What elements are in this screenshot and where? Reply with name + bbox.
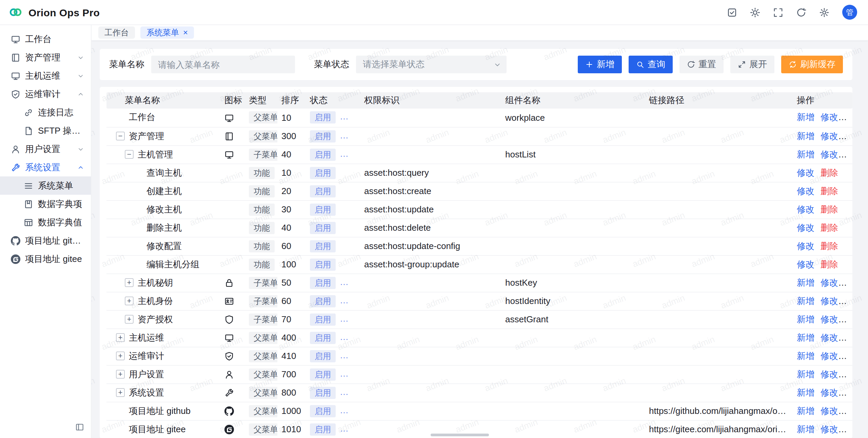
sidebar-item-dict-values[interactable]: 数据字典值 bbox=[0, 213, 91, 231]
sidebar-item-github[interactable]: 项目地址 github bbox=[0, 231, 91, 250]
sidebar-collapse-icon[interactable] bbox=[75, 422, 84, 431]
menu-sort-cell: 100 bbox=[277, 255, 306, 273]
refresh-cache-button[interactable]: 刷新缓存 bbox=[781, 56, 843, 73]
fullscreen-icon[interactable] bbox=[773, 7, 783, 17]
add-link[interactable]: 新增 bbox=[797, 332, 814, 342]
reset-button[interactable]: 重置 bbox=[679, 56, 724, 73]
edit-link[interactable]: 修改 bbox=[821, 314, 838, 324]
menu-ops-cell: 修改删除 bbox=[793, 237, 852, 255]
menu-path-cell: https://gitee.com/lijiahangmax/orion-ops… bbox=[645, 420, 793, 438]
expand-row-toggle[interactable]: + bbox=[125, 315, 134, 324]
user-icon bbox=[224, 370, 234, 380]
sidebar-item-ops-audit[interactable]: 运维审计 bbox=[0, 85, 91, 103]
add-link[interactable]: 新增 bbox=[797, 296, 814, 306]
edit-link[interactable]: 修改 bbox=[797, 186, 814, 196]
add-button[interactable]: 新增 bbox=[578, 56, 622, 73]
app-title: Orion Ops Pro bbox=[28, 6, 100, 18]
add-link[interactable]: 新增 bbox=[797, 387, 814, 397]
edit-link[interactable]: 修改 bbox=[821, 296, 838, 306]
sidebar-item-system-menu[interactable]: 系统菜单 bbox=[0, 176, 91, 195]
edit-link[interactable]: 修改 bbox=[821, 387, 838, 397]
edit-link[interactable]: 修改 bbox=[797, 167, 814, 177]
add-link[interactable]: 新增 bbox=[797, 112, 814, 122]
expand-row-toggle[interactable]: + bbox=[125, 278, 134, 287]
menu-status-cell: 启用显示 bbox=[306, 402, 360, 420]
expand-row-toggle[interactable]: + bbox=[116, 388, 125, 397]
sidebar-item-host-ops[interactable]: 主机运维 bbox=[0, 66, 91, 85]
edit-link[interactable]: 修改 bbox=[797, 222, 814, 232]
collapse-row-toggle[interactable]: − bbox=[125, 150, 134, 159]
edit-link[interactable]: 修改 bbox=[797, 204, 814, 214]
menu-sort-cell: 60 bbox=[277, 292, 306, 310]
desktop-icon bbox=[11, 34, 20, 44]
menu-perm-cell bbox=[360, 328, 501, 347]
edit-link[interactable]: 修改 bbox=[797, 259, 814, 269]
delete-link[interactable]: 删除 bbox=[821, 186, 838, 196]
sidebar-item-label: 数据字典项 bbox=[38, 198, 84, 210]
settings-icon[interactable] bbox=[819, 7, 829, 17]
close-tab-icon[interactable]: × bbox=[183, 28, 188, 37]
add-link[interactable]: 新增 bbox=[797, 314, 814, 324]
menu-ops-cell: 新增修改删除 bbox=[793, 109, 852, 127]
edit-link[interactable]: 修改 bbox=[821, 332, 838, 342]
menu-ops-cell: 新增修改删除 bbox=[793, 365, 852, 383]
menu-path-cell bbox=[645, 218, 793, 237]
edit-link[interactable]: 修改 bbox=[821, 112, 838, 122]
edit-link[interactable]: 修改 bbox=[821, 405, 838, 416]
edit-link[interactable]: 修改 bbox=[821, 424, 838, 434]
sidebar-item-system-settings[interactable]: 系统设置 bbox=[0, 158, 91, 176]
tab-manager-icon[interactable] bbox=[727, 7, 737, 17]
sidebar-item-connect-log[interactable]: 连接日志 bbox=[0, 103, 91, 121]
expand-row-toggle[interactable]: + bbox=[116, 351, 125, 360]
menu-path-cell bbox=[645, 145, 793, 164]
menu-name-input[interactable] bbox=[151, 56, 295, 73]
expand-row-toggle[interactable]: + bbox=[125, 297, 134, 305]
delete-link[interactable]: 删除 bbox=[821, 204, 838, 214]
table-row: 修改主机功能30启用asset:host:update修改删除 bbox=[106, 200, 852, 218]
sidebar-item-dict-keys[interactable]: 数据字典项 bbox=[0, 195, 91, 213]
edit-link[interactable]: 修改 bbox=[821, 350, 838, 361]
add-link[interactable]: 新增 bbox=[797, 277, 814, 287]
sidebar-item-gitee[interactable]: 项目地址 gitee bbox=[0, 250, 91, 268]
menu-status-cell: 启用显示 bbox=[306, 127, 360, 145]
sidebar-item-workbench[interactable]: 工作台 bbox=[0, 30, 91, 48]
delete-link[interactable]: 删除 bbox=[821, 259, 838, 269]
delete-link[interactable]: 删除 bbox=[821, 222, 838, 232]
add-link[interactable]: 新增 bbox=[797, 424, 814, 434]
theme-toggle-icon[interactable] bbox=[750, 7, 760, 17]
sidebar-item-user-settings[interactable]: 用户设置 bbox=[0, 140, 91, 158]
expand-row-toggle[interactable]: + bbox=[116, 370, 125, 379]
user-avatar[interactable]: 管 bbox=[842, 5, 857, 20]
edit-link[interactable]: 修改 bbox=[821, 369, 838, 379]
delete-link[interactable]: 删除 bbox=[821, 167, 838, 177]
bookmark-icon bbox=[24, 199, 33, 209]
menu-status-select[interactable]: 请选择菜单状态 bbox=[356, 56, 507, 73]
menu-name-cell: 修改配置 bbox=[106, 237, 220, 255]
expand-button[interactable]: 展开 bbox=[730, 56, 774, 73]
table-row: 项目地址 github父菜单1000启用显示https://github.com… bbox=[106, 402, 852, 420]
delete-link[interactable]: 删除 bbox=[821, 241, 838, 251]
tab-workbench[interactable]: 工作台 bbox=[98, 26, 135, 39]
edit-link[interactable]: 修改 bbox=[797, 241, 814, 251]
query-button[interactable]: 查询 bbox=[629, 56, 673, 73]
expand-row-toggle[interactable]: + bbox=[116, 333, 125, 342]
column-header-name: 菜单名称 bbox=[106, 92, 220, 109]
add-link[interactable]: 新增 bbox=[797, 405, 814, 416]
add-link[interactable]: 新增 bbox=[797, 131, 814, 141]
app-brand[interactable]: Orion Ops Pro bbox=[8, 5, 100, 20]
edit-link[interactable]: 修改 bbox=[821, 131, 838, 141]
add-link[interactable]: 新增 bbox=[797, 369, 814, 379]
add-link[interactable]: 新增 bbox=[797, 350, 814, 361]
refresh-icon[interactable] bbox=[796, 7, 806, 17]
edit-link[interactable]: 修改 bbox=[821, 149, 838, 159]
edit-link[interactable]: 修改 bbox=[821, 277, 838, 287]
column-header-type: 类型 bbox=[245, 92, 277, 109]
sidebar-item-asset[interactable]: 资产管理 bbox=[0, 48, 91, 66]
horizontal-scrollbar-thumb[interactable] bbox=[431, 433, 489, 436]
sidebar-item-sftp-log[interactable]: SFTP 操作日志 bbox=[0, 121, 91, 140]
menu-perm-cell bbox=[360, 127, 501, 145]
add-link[interactable]: 新增 bbox=[797, 149, 814, 159]
tab-system-menu[interactable]: 系统菜单× bbox=[140, 26, 194, 39]
menu-name: 主机身份 bbox=[138, 295, 173, 307]
collapse-row-toggle[interactable]: − bbox=[116, 132, 125, 140]
